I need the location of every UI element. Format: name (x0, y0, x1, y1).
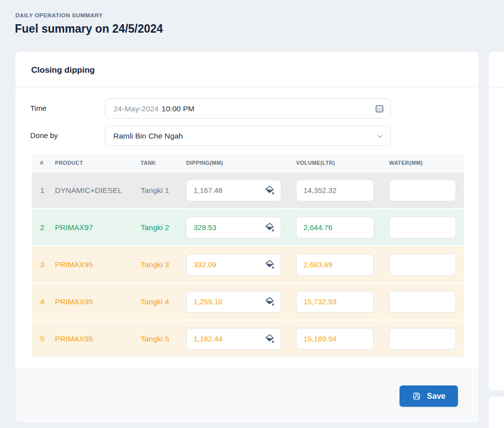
tank-name: Tangki 2 (141, 209, 186, 245)
water-input[interactable] (389, 328, 456, 350)
row-number: 4 (32, 284, 55, 320)
tank-name: Tangki 4 (141, 284, 186, 320)
product-name: PRIMAX95 (55, 321, 141, 357)
table-row: 2 PRIMAX97 Tangki 2 (32, 209, 464, 245)
col-header-product: PRODUCT (55, 154, 141, 171)
volume-input[interactable] (296, 328, 374, 350)
product-name: PRIMAX95 (55, 284, 141, 320)
card-title: Closing dipping (31, 65, 95, 75)
table-header-row: # PRODUCT TANK DIPPING(MM) VOLUME(LTR) W… (32, 154, 464, 171)
row-number: 5 (32, 321, 55, 357)
volume-input[interactable] (296, 180, 374, 201)
row-number: 3 (32, 246, 55, 283)
product-name: PRIMAX97 (55, 209, 141, 245)
volume-input[interactable] (296, 217, 374, 238)
table-row: 1 DYNAMIC+DIESEL Tangki 1 (32, 172, 464, 208)
breadcrumb: DAILY OPERATION SUMMARY (15, 12, 102, 18)
table-row: 3 PRIMAX95 Tangki 3 (32, 246, 464, 283)
right-panel-card-secondary (488, 396, 504, 428)
floppy-disk-icon (412, 391, 421, 401)
card-header: Closing dipping (15, 51, 479, 88)
liquid-pour-icon (264, 222, 276, 233)
liquid-pour-icon (264, 296, 276, 307)
page-title: Fuel summary on 24/5/2024 (15, 22, 163, 36)
time-label: Time (30, 104, 47, 112)
water-input[interactable] (389, 291, 456, 313)
row-number: 2 (32, 209, 55, 245)
row-number: 1 (32, 172, 55, 208)
product-name: PRIMAX95 (55, 246, 141, 283)
save-button-label: Save (427, 392, 445, 401)
right-panel-header-divider (489, 87, 504, 88)
chevron-down-icon (376, 132, 384, 140)
water-input[interactable] (389, 217, 456, 238)
right-panel-card (488, 51, 504, 391)
product-name: DYNAMIC+DIESEL (55, 172, 141, 208)
calendar-icon[interactable] (375, 104, 384, 113)
dipping-table: # PRODUCT TANK DIPPING(MM) VOLUME(LTR) W… (32, 153, 464, 358)
done-by-value: Ramli Bin Che Ngah (113, 132, 183, 141)
table-row: 5 PRIMAX95 Tangki 5 (32, 321, 464, 357)
tank-name: Tangki 3 (141, 246, 186, 283)
water-input[interactable] (389, 254, 456, 276)
save-button[interactable]: Save (400, 385, 458, 407)
tank-name: Tangki 5 (141, 321, 186, 357)
done-by-label: Done by (30, 131, 58, 140)
col-header-tank: TANK (141, 154, 186, 171)
volume-input[interactable] (296, 254, 374, 276)
col-header-volume: VOLUME(LTR) (296, 154, 389, 171)
closing-dipping-card: Closing dipping Time 24-May-2024 10:00 P… (15, 51, 479, 422)
liquid-pour-icon (264, 259, 276, 270)
col-header-water: WATER(MM) (389, 154, 464, 171)
done-by-select[interactable]: Ramli Bin Che Ngah (105, 126, 391, 146)
time-clock-value: 10:00 PM (161, 104, 194, 113)
liquid-pour-icon (264, 333, 276, 344)
volume-input[interactable] (296, 291, 374, 313)
time-date-value: 24-May-2024 (113, 104, 158, 113)
table-row: 4 PRIMAX95 Tangki 4 (32, 284, 464, 320)
tank-name: Tangki 1 (141, 172, 186, 208)
water-input[interactable] (389, 180, 456, 201)
col-header-dipping: DIPPING(MM) (186, 154, 296, 171)
time-input[interactable]: 24-May-2024 10:00 PM (105, 98, 391, 119)
card-footer: Save (15, 369, 479, 423)
col-header-num: # (32, 154, 55, 171)
liquid-pour-icon (264, 185, 276, 196)
